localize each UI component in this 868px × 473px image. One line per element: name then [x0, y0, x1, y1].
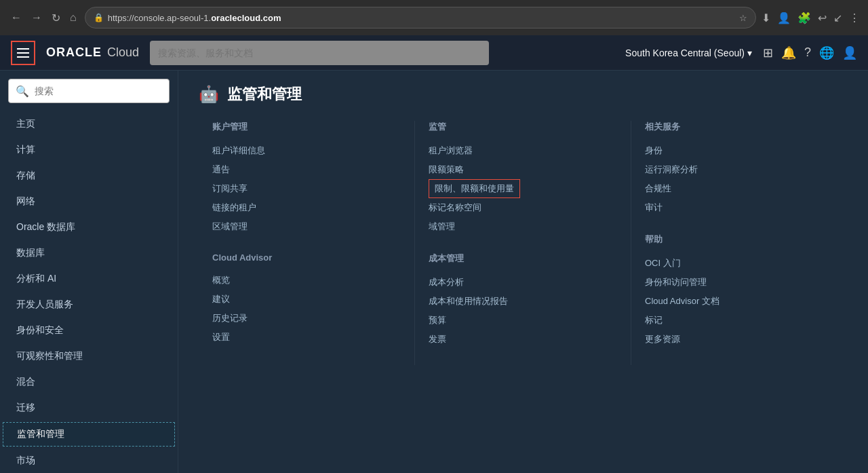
menu-item-domain-mgmt[interactable]: 域管理 — [429, 217, 617, 236]
menu-item-settings[interactable]: 设置 — [212, 328, 401, 347]
sidebar: 🔍 主页 计算 存储 网络 Oracle 数据库 数据库 分析和 AI — [0, 71, 178, 473]
identity-label: 身份和安全 — [16, 324, 64, 337]
sidebar-item-storage[interactable]: 存储 — [0, 163, 178, 189]
extension-icon[interactable]: 🧩 — [797, 12, 811, 24]
sidebar-item-network[interactable]: 网络 — [0, 189, 178, 214]
hamburger-line-3 — [17, 56, 29, 58]
section-cost-mgmt: 成本管理 成本分析 成本和使用情况报告 预算 发票 — [429, 252, 617, 349]
sidebar-item-home[interactable]: 主页 — [0, 111, 178, 137]
menu-item-cost-usage-report[interactable]: 成本和使用情况报告 — [429, 292, 617, 311]
page-title: 监管和管理 — [227, 84, 302, 105]
migration-label: 迁移 — [16, 402, 35, 414]
undo-icon[interactable]: ↙ — [833, 12, 842, 24]
sidebar-item-dev-services[interactable]: 开发人员服务 — [0, 292, 178, 318]
sidebar-search-icon: 🔍 — [16, 85, 29, 98]
menu-item-budget[interactable]: 预算 — [429, 311, 617, 330]
region-text: South Korea Central (Seoul) — [625, 48, 745, 58]
menu-item-subscription-sharing[interactable]: 订阅共享 — [212, 179, 401, 198]
menu-column-3: 相关服务 身份 运行洞察分析 合规性 审计 帮助 OCI 入门 身份和访问管理 … — [631, 121, 848, 365]
hamburger-button[interactable] — [11, 41, 35, 65]
content-header: 🤖 监管和管理 — [199, 84, 848, 105]
account-icon[interactable]: 👤 — [842, 45, 857, 60]
section-governance-title: 监管 — [429, 121, 617, 134]
global-icon[interactable]: 🌐 — [819, 45, 834, 60]
sidebar-item-observability[interactable]: 可观察性和管理 — [0, 343, 178, 369]
section-related-services: 相关服务 身份 运行洞察分析 合规性 审计 — [645, 121, 834, 217]
back-arrow-icon[interactable]: ↩ — [818, 12, 827, 24]
sidebar-search-input[interactable] — [35, 86, 162, 96]
app-container: ORACLE Cloud South Korea Central (Seoul)… — [0, 35, 868, 473]
menu-icon[interactable]: ⋮ — [849, 12, 860, 24]
sidebar-item-migration[interactable]: 迁移 — [0, 395, 178, 421]
sidebar-item-database[interactable]: 数据库 — [0, 240, 178, 266]
notification-bell-icon[interactable]: 🔔 — [781, 45, 796, 60]
menu-item-more-resources[interactable]: 更多资源 — [645, 330, 834, 349]
content-area: 🤖 监管和管理 账户管理 租户详细信息 通告 订阅共享 链接的租户 区域管理 — [178, 71, 868, 473]
sidebar-search-container: 🔍 — [8, 79, 170, 103]
help-icon[interactable]: ? — [804, 45, 811, 60]
section-cloud-advisor-title: Cloud Advisor — [212, 252, 401, 264]
menu-item-oci-intro[interactable]: OCI 入门 — [645, 254, 834, 273]
sidebar-item-compute[interactable]: 计算 — [0, 137, 178, 163]
menu-item-region-mgmt[interactable]: 区域管理 — [212, 217, 401, 236]
cloud-shell-icon[interactable]: ⊞ — [763, 45, 773, 60]
bookmark-icon: ☆ — [739, 13, 747, 23]
sidebar-item-analytics[interactable]: 分析和 AI — [0, 266, 178, 292]
menu-item-invoice[interactable]: 发票 — [429, 330, 617, 349]
profile-icon[interactable]: 👤 — [777, 12, 791, 24]
section-governance: 监管 租户浏览器 限额策略 限制、限额和使用量 标记名称空间 域管理 — [429, 121, 617, 236]
menu-item-overview[interactable]: 概览 — [212, 271, 401, 290]
menu-item-history[interactable]: 历史记录 — [212, 309, 401, 328]
dev-services-label: 开发人员服务 — [16, 299, 73, 311]
download-icon[interactable]: ⬇ — [762, 12, 770, 24]
menu-item-tenant-details[interactable]: 租户详细信息 — [212, 141, 401, 160]
network-label: 网络 — [16, 195, 35, 208]
sidebar-item-hybrid[interactable]: 混合 — [0, 369, 178, 395]
oracle-logo: ORACLE Cloud — [46, 45, 139, 60]
section-cost-mgmt-title: 成本管理 — [429, 252, 617, 266]
menu-item-tenant-browser[interactable]: 租户浏览器 — [429, 141, 617, 160]
sidebar-item-oracle-db[interactable]: Oracle 数据库 — [0, 214, 178, 240]
section-help: 帮助 OCI 入门 身份和访问管理 Cloud Advisor 文档 标记 更多… — [645, 233, 834, 349]
browser-controls: ← → ↻ ⌂ — [8, 9, 79, 27]
global-search-input[interactable] — [150, 41, 489, 65]
menu-item-cloud-advisor-docs[interactable]: Cloud Advisor 文档 — [645, 292, 834, 311]
browser-chrome: ← → ↻ ⌂ 🔒 https://console.ap-seoul-1.ora… — [0, 0, 868, 35]
database-label: 数据库 — [16, 247, 45, 259]
section-account-mgmt: 账户管理 租户详细信息 通告 订阅共享 链接的租户 区域管理 — [212, 121, 401, 236]
menu-item-tag-namespace[interactable]: 标记名称空间 — [429, 198, 617, 217]
hamburger-line-1 — [17, 48, 29, 50]
sidebar-item-market[interactable]: 市场 — [0, 448, 178, 473]
region-chevron-icon: ▾ — [747, 48, 752, 58]
analytics-label: 分析和 AI — [16, 273, 56, 285]
menu-grid: 账户管理 租户详细信息 通告 订阅共享 链接的租户 区域管理 Cloud Adv… — [199, 121, 848, 365]
home-button[interactable]: ⌂ — [67, 9, 79, 26]
address-bar[interactable]: 🔒 https://console.ap-seoul-1.oraclecloud… — [85, 7, 756, 29]
menu-item-announcements[interactable]: 通告 — [212, 160, 401, 179]
cloud-text: Cloud — [107, 45, 139, 60]
menu-item-linked-tenants[interactable]: 链接的租户 — [212, 198, 401, 217]
section-related-services-title: 相关服务 — [645, 121, 834, 134]
menu-item-ops-insights[interactable]: 运行洞察分析 — [645, 160, 834, 179]
menu-item-recommendations[interactable]: 建议 — [212, 290, 401, 309]
reload-button[interactable]: ↻ — [49, 9, 63, 27]
menu-item-compliance[interactable]: 合规性 — [645, 179, 834, 198]
menu-column-1: 账户管理 租户详细信息 通告 订阅共享 链接的租户 区域管理 Cloud Adv… — [199, 121, 415, 365]
menu-item-iam[interactable]: 身份和访问管理 — [645, 273, 834, 292]
section-account-mgmt-title: 账户管理 — [212, 121, 401, 134]
menu-item-audit[interactable]: 审计 — [645, 198, 834, 217]
back-button[interactable]: ← — [8, 9, 24, 26]
sidebar-item-identity[interactable]: 身份和安全 — [0, 318, 178, 343]
region-selector[interactable]: South Korea Central (Seoul) ▾ — [625, 48, 752, 58]
menu-item-identity[interactable]: 身份 — [645, 141, 834, 160]
governance-icon: 🤖 — [199, 85, 219, 104]
forward-button[interactable]: → — [28, 9, 45, 26]
menu-item-limits-quotas[interactable]: 限制、限额和使用量 — [429, 179, 520, 198]
menu-item-quota-policy[interactable]: 限额策略 — [429, 160, 617, 179]
governance-label: 监管和管理 — [17, 428, 64, 440]
address-text: https://console.ap-seoul-1.oraclecloud.c… — [108, 13, 281, 23]
menu-item-cost-analysis[interactable]: 成本分析 — [429, 273, 617, 292]
sidebar-item-governance[interactable]: 监管和管理 — [3, 422, 175, 447]
compute-label: 计算 — [16, 144, 35, 156]
menu-item-tagging[interactable]: 标记 — [645, 311, 834, 330]
